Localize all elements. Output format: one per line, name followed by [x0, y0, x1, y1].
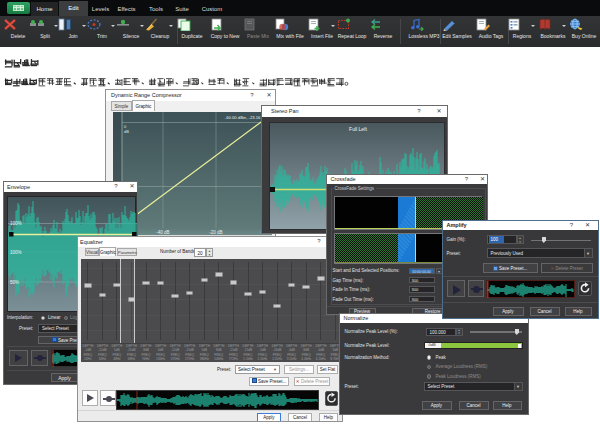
svg-text:100%: 100%: [10, 221, 22, 226]
svg-text:Full Left: Full Left: [349, 126, 367, 132]
svg-text:-20 dB: -20 dB: [209, 230, 222, 235]
svg-text:dB: dB: [124, 129, 129, 134]
svg-text:-40 dB: -40 dB: [156, 230, 169, 235]
svg-text:50%: 50%: [10, 280, 19, 285]
svg-text:100%: 100%: [10, 250, 22, 255]
